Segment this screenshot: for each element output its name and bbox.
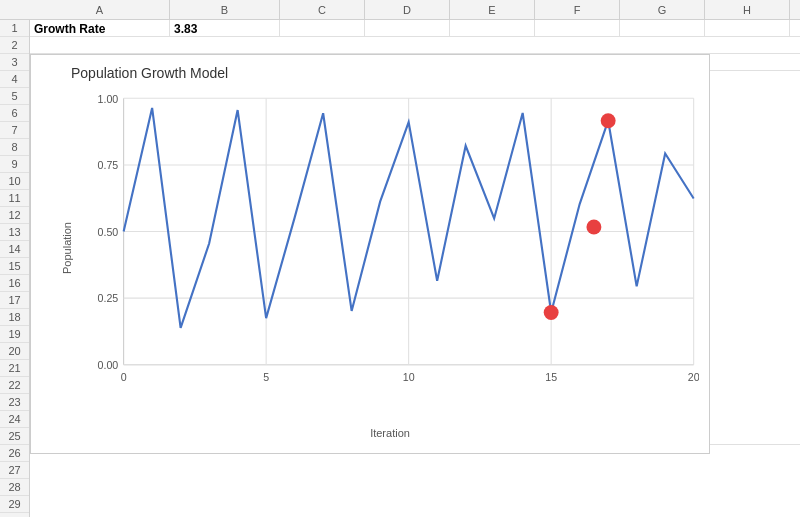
cell-d1[interactable] [365, 20, 450, 37]
row-num-12: 12 [0, 207, 29, 224]
col-header-e: E [450, 0, 535, 19]
row-num-10: 10 [0, 173, 29, 190]
row-num-9: 9 [0, 156, 29, 173]
col-header-c: C [280, 0, 365, 19]
row-num-16: 16 [0, 275, 29, 292]
x-axis-label: Iteration [370, 427, 410, 439]
svg-text:0.75: 0.75 [98, 159, 119, 171]
row-num-18: 18 [0, 309, 29, 326]
row-num-6: 6 [0, 105, 29, 122]
row-num-22: 22 [0, 377, 29, 394]
row-num-13: 13 [0, 224, 29, 241]
cell-g1[interactable] [620, 20, 705, 37]
svg-text:20: 20 [688, 371, 699, 383]
row-num-26: 26 [0, 445, 29, 462]
row-num-1: 1 [0, 20, 29, 37]
chart-inner: Population Iteration [81, 86, 699, 409]
svg-text:10: 10 [403, 371, 415, 383]
col-header-b: B [170, 0, 280, 19]
row-num-5: 5 [0, 88, 29, 105]
row-num-15: 15 [0, 258, 29, 275]
row-num-4: 4 [0, 71, 29, 88]
row-num-14: 14 [0, 241, 29, 258]
row-num-27: 27 [0, 462, 29, 479]
cell-a1[interactable]: Growth Rate [30, 20, 170, 37]
col-header-h: H [705, 0, 790, 19]
column-headers: A B C D E F G H I [0, 0, 800, 20]
cells-area[interactable]: Growth Rate 3.83 Population Growth Model [30, 20, 800, 517]
highlight-dot-17 [601, 113, 616, 128]
row-num-20: 20 [0, 343, 29, 360]
grid: 1 2 3 4 5 6 7 8 9 10 11 12 13 14 15 16 1… [0, 20, 800, 517]
chart-svg: 1.00 0.75 0.50 0.25 0.00 0 5 10 15 20 [81, 86, 699, 409]
row-num-2: 2 [0, 37, 29, 54]
row-num-8: 8 [0, 139, 29, 156]
col-header-f: F [535, 0, 620, 19]
svg-text:1.00: 1.00 [98, 93, 119, 105]
col-header-d: D [365, 0, 450, 19]
row-num-23: 23 [0, 394, 29, 411]
row-2 [30, 37, 800, 54]
col-header-g: G [620, 0, 705, 19]
highlight-dot-16 [586, 220, 601, 235]
row-num-29: 29 [0, 496, 29, 513]
cell-c1[interactable] [280, 20, 365, 37]
svg-text:0.25: 0.25 [98, 292, 119, 304]
row-num-25: 25 [0, 428, 29, 445]
row-num-24: 24 [0, 411, 29, 428]
svg-text:0.00: 0.00 [98, 359, 119, 371]
cell-f1[interactable] [535, 20, 620, 37]
svg-text:0: 0 [121, 371, 127, 383]
cell-e1[interactable] [450, 20, 535, 37]
row-1: Growth Rate 3.83 [30, 20, 800, 37]
row-num-21: 21 [0, 360, 29, 377]
row-num-28: 28 [0, 479, 29, 496]
row-num-7: 7 [0, 122, 29, 139]
cell-h1[interactable] [705, 20, 790, 37]
y-axis-label: Population [61, 222, 73, 274]
row-num-17: 17 [0, 292, 29, 309]
col-header-a: A [30, 0, 170, 19]
row-num-19: 19 [0, 326, 29, 343]
col-header-i: I [790, 0, 800, 19]
row-numbers: 1 2 3 4 5 6 7 8 9 10 11 12 13 14 15 16 1… [0, 20, 30, 517]
svg-text:15: 15 [545, 371, 557, 383]
row-num-3: 3 [0, 54, 29, 71]
svg-text:0.50: 0.50 [98, 226, 119, 238]
chart-container: Population Growth Model Population Itera… [30, 54, 710, 454]
spreadsheet: A B C D E F G H I 1 2 3 4 5 6 7 8 9 10 1… [0, 0, 800, 517]
cell-i1[interactable] [790, 20, 800, 37]
row-num-11: 11 [0, 190, 29, 207]
chart-title: Population Growth Model [71, 65, 699, 81]
cell-b1[interactable]: 3.83 [170, 20, 280, 37]
svg-text:5: 5 [263, 371, 269, 383]
highlight-dot-15 [544, 305, 559, 320]
